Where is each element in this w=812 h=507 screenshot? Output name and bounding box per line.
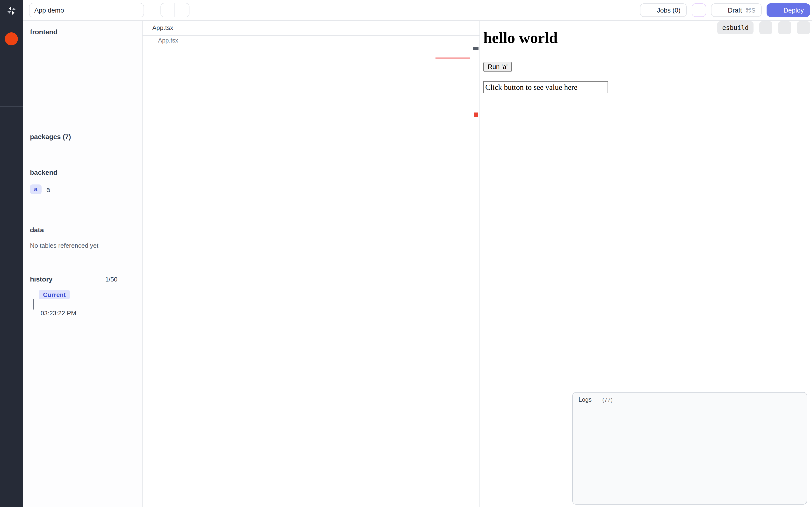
preview-heading: hello world (483, 29, 812, 47)
run-a-button[interactable]: Run 'a' (483, 62, 512, 72)
more-menu-button[interactable] (625, 5, 635, 15)
editor-menu-button[interactable] (465, 24, 473, 32)
jobs-button[interactable]: Jobs (0) (640, 3, 687, 17)
rail-folders-button[interactable] (7, 424, 16, 433)
add-table-button[interactable] (122, 226, 136, 233)
timeline-line (33, 299, 34, 309)
split-view-button[interactable] (451, 24, 459, 32)
rail-workers-button[interactable] (7, 406, 16, 416)
logs-header: Logs (77) (573, 393, 807, 405)
rail-triggers-button[interactable] (7, 187, 16, 196)
history-section-title: history (30, 275, 52, 283)
rail-favorites-button[interactable] (7, 52, 16, 62)
info-icon[interactable] (47, 227, 54, 233)
data-empty-text: No tables referenced yet (23, 242, 142, 249)
logs-label: Logs (578, 396, 592, 403)
bug-icon (646, 6, 654, 14)
jobs-label: Jobs (0) (657, 6, 680, 14)
rail-runs-button[interactable] (7, 135, 16, 145)
editor-tab-bar: App.tsx (143, 20, 479, 36)
rail-settings-button[interactable] (7, 389, 16, 398)
logs-panel: Logs (77) (572, 392, 807, 505)
rail-audit-logs-button[interactable] (7, 441, 16, 451)
gear-icon[interactable] (103, 226, 110, 233)
building-icon (7, 35, 15, 43)
scrollbar-thumb[interactable] (473, 47, 478, 50)
database-icon (130, 226, 136, 233)
side-panel: frontend packages (7) backend a a (23, 20, 143, 507)
script-label: a (46, 186, 50, 193)
backend-section-title: backend (30, 169, 57, 176)
draft-button[interactable]: Draft⌘S (711, 3, 762, 17)
chevron-right-icon[interactable] (129, 133, 136, 140)
backend-section: backend a a (23, 167, 142, 194)
data-section: data No tables referenced yet (23, 225, 142, 249)
deploy-button[interactable]: Deploy (767, 3, 810, 17)
windmill-logo-icon[interactable] (6, 5, 17, 16)
ai-wand-button[interactable] (692, 3, 706, 17)
plus-icon (122, 276, 129, 282)
code-editor: App.tsx App.tsx (143, 20, 479, 507)
chevron-down-icon (593, 397, 598, 402)
minimap[interactable] (436, 46, 470, 211)
history-timestamp[interactable]: 03:23:22 PM (41, 309, 76, 317)
plus-icon (122, 169, 129, 175)
packages-section[interactable]: packages (7) (23, 131, 142, 142)
rail-divider (0, 23, 23, 23)
rail-schedules-button[interactable] (7, 234, 16, 243)
app-preview-panel: esbuild hello world Run 'a' Click button… (479, 20, 812, 507)
rail-tutorials-button[interactable] (7, 204, 16, 214)
history-counter: 1/50 (105, 276, 117, 283)
rail-help-button[interactable] (7, 474, 16, 483)
top-toolbar: Jobs (0) Draft⌘S Deploy (23, 0, 812, 21)
folder-icon (130, 29, 136, 35)
rail-search-button[interactable] (7, 69, 16, 79)
add-file-button[interactable] (101, 29, 114, 35)
save-icon (717, 6, 724, 14)
lightbulb-icon[interactable] (145, 48, 152, 55)
rail-account-button[interactable] (7, 372, 16, 382)
chevron-right-icon (151, 38, 157, 43)
code-area[interactable] (143, 46, 479, 507)
overview-ruler[interactable] (473, 46, 479, 507)
rail-resources-button[interactable] (7, 170, 16, 180)
save-icon (773, 6, 780, 14)
error-marker (474, 113, 478, 117)
logs-dropdown[interactable]: Logs (578, 396, 598, 403)
magic-wand-icon (695, 6, 703, 14)
rail-ai-button[interactable] (7, 87, 16, 96)
minimap-error-line (436, 57, 470, 59)
file-icon (130, 169, 136, 176)
deploy-label: Deploy (783, 6, 804, 14)
snapshot-button[interactable] (122, 276, 136, 282)
rail-workspace-button[interactable] (5, 32, 18, 45)
undo-button[interactable] (160, 3, 175, 17)
tab-label: App.tsx (152, 24, 173, 32)
backend-script-item[interactable]: a a (23, 184, 142, 194)
file-icon (108, 29, 114, 35)
logs-output[interactable] (578, 399, 804, 504)
breadcrumb[interactable]: App.tsx (143, 35, 479, 46)
rail-add-button[interactable] (7, 285, 16, 295)
plus-icon (122, 227, 129, 233)
rail-inbox-button[interactable] (7, 268, 16, 278)
app-title-input[interactable] (29, 3, 144, 17)
left-rail (0, 0, 23, 507)
draft-shortcut: ⌘S (745, 6, 755, 14)
history-section: history 1/50 Current 03:23:22 PM (23, 274, 142, 324)
add-backend-script-button[interactable] (122, 169, 136, 176)
add-folder-button[interactable] (122, 29, 136, 35)
rail-divider (0, 106, 23, 107)
plus-icon (101, 29, 107, 35)
tab-app-tsx[interactable]: App.tsx (143, 20, 198, 35)
circle-icon (30, 311, 36, 316)
rail-flows-button[interactable] (7, 250, 16, 260)
logs-count: (77) (602, 396, 613, 403)
redo-button[interactable] (175, 3, 190, 17)
draft-label: Draft (728, 6, 742, 14)
close-icon[interactable] (187, 24, 193, 31)
rail-home-button[interactable] (7, 118, 16, 127)
rail-variables-button[interactable] (7, 153, 16, 162)
history-current-badge[interactable]: Current (39, 290, 70, 299)
rail-expand-button[interactable] (7, 491, 16, 500)
